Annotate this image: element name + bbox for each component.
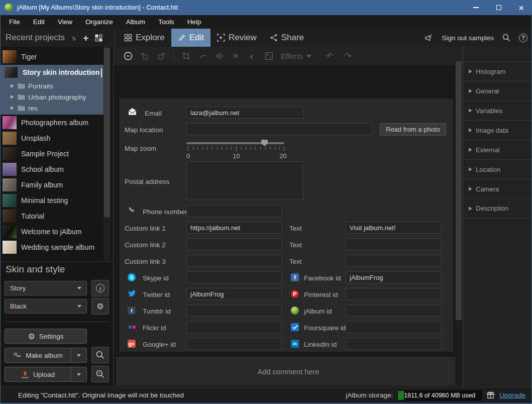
pinterest-input[interactable] [346, 288, 442, 300]
upload-dropdown-arrow[interactable] [71, 367, 86, 381]
scrollbar-thumb[interactable] [104, 48, 110, 217]
menu-organize[interactable]: Organize [79, 15, 120, 29]
make-album-dropdown-arrow[interactable] [71, 348, 86, 362]
sign-out-link[interactable]: Sign out samples [442, 34, 494, 42]
menu-help[interactable]: Help [181, 15, 208, 29]
scrollbar-thumb[interactable] [456, 61, 462, 320]
close-button[interactable]: × [510, 0, 532, 15]
redo-icon[interactable]: ↷ [344, 51, 353, 61]
panel-location[interactable]: Location [463, 159, 532, 179]
preview-upload-button[interactable] [91, 366, 109, 382]
straighten-icon[interactable] [198, 51, 207, 61]
menu-edit[interactable]: Edit [27, 15, 51, 29]
brightness-icon[interactable]: ☀ [231, 51, 240, 61]
tab-share[interactable]: Share [263, 29, 310, 47]
custom-link-3-text-input[interactable] [346, 255, 442, 267]
panel-description[interactable]: Description [463, 198, 532, 218]
gift-icon[interactable] [486, 391, 495, 399]
panel-camera[interactable]: Camera [463, 179, 532, 198]
effects-dropdown[interactable]: Effects [281, 52, 311, 60]
menu-tools[interactable]: Tools [152, 15, 181, 29]
map-location-input[interactable] [186, 123, 372, 135]
zoom-out-icon[interactable] [124, 51, 133, 61]
menu-file[interactable]: File [3, 15, 27, 29]
panel-variables[interactable]: Variables [463, 100, 532, 120]
project-item-tiger[interactable]: Tiger [1, 49, 104, 64]
flickr-input[interactable] [186, 321, 282, 333]
custom-link-1-text-input[interactable] [346, 222, 442, 234]
custom-link-2-text-input[interactable] [346, 238, 442, 250]
project-item[interactable]: Photographers album [1, 115, 104, 130]
add-project-icon[interactable]: + [83, 33, 88, 43]
folder-item-res[interactable]: res [1, 103, 104, 114]
custom-link-1-url-input[interactable] [186, 222, 282, 234]
menu-album[interactable]: Album [120, 15, 152, 29]
skin-select[interactable]: Story [5, 281, 87, 295]
custom-link-3-url-input[interactable] [186, 255, 282, 267]
custom-link-2-url-input[interactable] [186, 238, 282, 250]
expand-arrow-icon[interactable] [11, 106, 14, 110]
folder-item-urban-photography[interactable]: Urban photography [1, 91, 104, 103]
jalbum-input[interactable] [346, 305, 442, 317]
panel-external[interactable]: External [463, 140, 532, 159]
phone-input[interactable] [186, 205, 282, 217]
upgrade-link[interactable]: Upgrade [499, 391, 525, 399]
flip-icon[interactable] [215, 51, 224, 61]
style-select[interactable]: Black [5, 299, 87, 314]
expand-arrow-icon[interactable] [11, 84, 14, 88]
skype-input[interactable] [186, 271, 282, 283]
sort-projects-icon[interactable]: ↑↓ [71, 34, 76, 42]
minimize-button[interactable] [465, 0, 487, 15]
main-scrollbar[interactable] [455, 61, 462, 386]
crop-icon[interactable] [181, 51, 190, 61]
menu-view[interactable]: View [51, 15, 79, 29]
announcements-megaphone-icon[interactable] [424, 33, 434, 43]
make-album-button[interactable]: Make album [5, 348, 71, 362]
search-icon[interactable] [502, 33, 511, 42]
contrast-icon[interactable]: ◐ [248, 51, 257, 61]
map-zoom-slider-thumb[interactable] [261, 140, 268, 146]
upload-button[interactable]: Upload [5, 367, 71, 381]
project-item[interactable]: Wedding sample album [1, 239, 104, 255]
skin-info-button[interactable]: i [91, 280, 109, 296]
project-item-selected[interactable]: Story skin introduction Portraits Urban … [1, 65, 104, 115]
tumblr-input[interactable] [186, 305, 282, 317]
maximize-button[interactable] [487, 0, 510, 15]
tab-explore[interactable]: Explore [118, 29, 171, 47]
panel-histogram[interactable]: Histogram [463, 61, 532, 81]
project-item[interactable]: Minimal testing [1, 192, 104, 208]
rotate-right-icon[interactable] [157, 51, 166, 61]
project-item[interactable]: Tutorial [1, 208, 104, 224]
levels-icon[interactable] [264, 51, 273, 61]
settings-button[interactable]: ⚙ Settings [5, 329, 87, 344]
expand-arrow-icon[interactable] [11, 95, 14, 99]
project-item[interactable]: Unsplash [1, 130, 104, 146]
postal-address-textarea[interactable] [186, 161, 303, 200]
project-view-grid-icon[interactable] [95, 34, 102, 42]
google-plus-input[interactable] [186, 338, 282, 350]
folder-item-portraits[interactable]: Portraits [1, 80, 104, 91]
folder-icon [18, 94, 25, 100]
read-from-photo-button[interactable]: Read from a photo [380, 123, 446, 136]
linkedin-input[interactable] [346, 338, 442, 350]
tab-edit[interactable]: Edit [171, 29, 210, 47]
tab-review[interactable]: Review [210, 29, 263, 47]
help-icon[interactable]: ? [519, 34, 527, 42]
map-zoom-slider[interactable] [186, 142, 284, 144]
style-settings-button[interactable]: ⚙ [91, 298, 109, 315]
project-item[interactable]: Welcome to jAlbum [1, 224, 104, 239]
project-item[interactable]: School album [1, 161, 104, 177]
rotate-left-icon[interactable] [140, 51, 149, 61]
foursquare-input[interactable] [346, 321, 442, 333]
preview-album-button[interactable] [91, 347, 109, 363]
facebook-input[interactable] [346, 271, 442, 283]
panel-general[interactable]: General [463, 81, 532, 100]
project-item[interactable]: Sample Project [1, 146, 104, 161]
undo-icon[interactable]: ↶ [325, 51, 334, 61]
projects-scrollbar[interactable] [103, 47, 111, 261]
project-item[interactable]: Family album [1, 177, 104, 192]
email-input[interactable] [186, 107, 303, 119]
panel-image-data[interactable]: Image data [463, 120, 532, 140]
twitter-input[interactable] [186, 288, 282, 300]
comment-input[interactable]: Add comment here [116, 357, 461, 386]
